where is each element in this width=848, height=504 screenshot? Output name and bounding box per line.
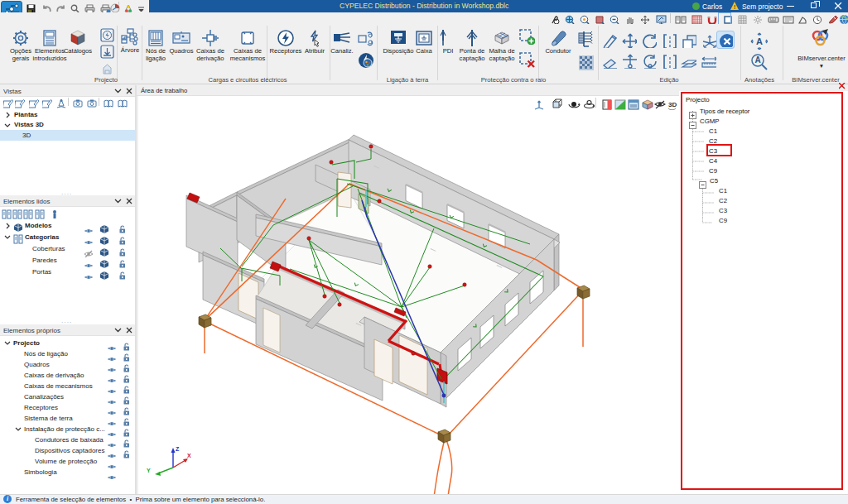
svg-text:A: A [754, 55, 760, 65]
svg-text:Y: Y [147, 468, 151, 473]
svg-text:Z: Z [176, 446, 180, 452]
svg-text:X: X [187, 453, 191, 458]
svg-text:A: A [756, 36, 763, 46]
